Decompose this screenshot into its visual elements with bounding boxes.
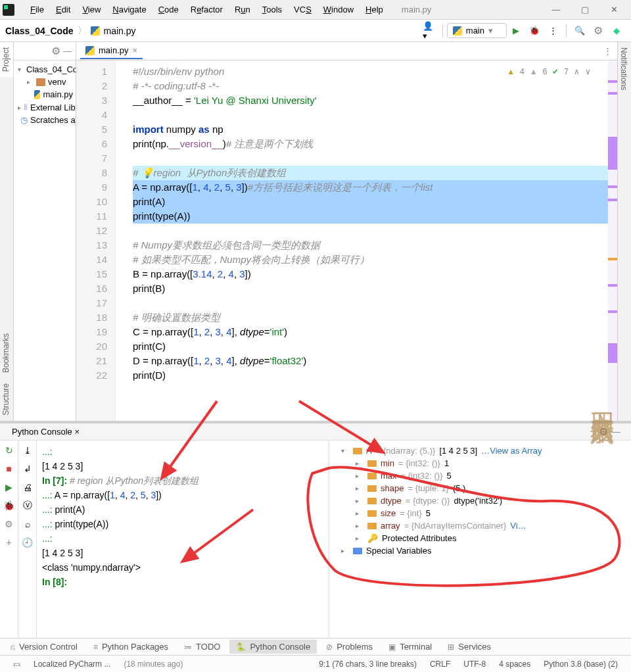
status-interpreter[interactable]: Python 3.8 (base) (2) <box>537 660 624 669</box>
stop-icon[interactable]: ■ <box>3 463 15 475</box>
breadcrumb-file[interactable]: main.py <box>104 26 136 36</box>
tree-item[interactable]: ◷Scratches and Consoles <box>14 114 76 126</box>
view-as-array-link[interactable]: …View as Array <box>481 446 542 456</box>
maximize-button[interactable]: ▢ <box>571 0 599 20</box>
tool-terminal[interactable]: ▣Terminal <box>382 640 438 654</box>
rerun-icon[interactable]: ↻ <box>3 444 15 456</box>
console-left-toolbar2: ⤓ ↲ 🖨 ⓥ ⌕ 🕘 <box>18 441 37 638</box>
menu-window[interactable]: Window <box>318 2 359 17</box>
status-position[interactable]: 9:1 (76 chars, 3 line breaks) <box>312 660 423 669</box>
special-vars[interactable]: ▸ Special Variables <box>335 544 626 557</box>
code-area[interactable]: ▲4 ▲6 ✔7 ∧∨ #!/usr/bin/env python# -*- c… <box>129 60 617 421</box>
editor-more-icon[interactable]: ⋮ <box>598 46 617 56</box>
var-min[interactable]: ▸ min = {int32: ()} 1 <box>335 457 626 469</box>
run-button[interactable]: ▶ <box>509 24 523 37</box>
var-dtype[interactable]: ▸ dtype = {dtype: ()} dtype('int32') <box>335 494 626 507</box>
tool-services[interactable]: ⊞Services <box>441 640 498 654</box>
structure-tool-tab[interactable]: Structure <box>0 378 13 421</box>
tree-hide-icon[interactable]: — <box>63 46 72 56</box>
close-button[interactable]: ✕ <box>599 0 628 20</box>
status-left-icon[interactable]: ▭ <box>7 660 27 669</box>
vars-icon[interactable]: ⓥ <box>22 500 34 512</box>
menu-run[interactable]: Run <box>229 2 256 17</box>
warning-count: 4 <box>520 64 525 79</box>
menu-tools[interactable]: Tools <box>257 2 287 17</box>
status-encoding[interactable]: UTF-8 <box>457 660 492 669</box>
more-run-button[interactable]: ⋮ <box>546 24 559 37</box>
tree-item[interactable]: ▸venv <box>14 76 76 88</box>
print-icon[interactable]: 🖨 <box>22 481 34 493</box>
variables-view[interactable]: ▾ A = {ndarray: (5,)} [1 4 2 5 3] …View … <box>329 441 631 638</box>
tool-python-console[interactable]: 🐍Python Console <box>229 640 317 654</box>
run-config-name: main <box>466 26 484 36</box>
status-bar: ▭ Localized PyCharm ... (18 minutes ago)… <box>0 655 631 672</box>
var-shape[interactable]: ▸ shape = {tuple: 1} (5,) <box>335 482 626 494</box>
var-root[interactable]: ▾ A = {ndarray: (5,)} [1 4 2 5 3] …View … <box>335 444 626 457</box>
status-eol[interactable]: CRLF <box>423 660 457 669</box>
notifications-tab[interactable]: Notifications <box>618 42 630 95</box>
user-icon[interactable]: 👤▾ <box>423 24 436 37</box>
project-tool-tab[interactable]: Project <box>0 42 13 77</box>
run-config-selector[interactable]: main ▾ <box>447 23 507 38</box>
tree-item[interactable]: main.py <box>14 88 76 101</box>
tool-python-packages[interactable]: ≡Python Packages <box>87 640 175 654</box>
breadcrumb[interactable]: Class_04_Code 〉 main.py <box>5 25 136 37</box>
tree-item[interactable]: ▸⫴External Libraries <box>14 101 76 114</box>
tree-settings-icon[interactable]: ⚙ <box>51 45 60 57</box>
menu-refactor[interactable]: Refactor <box>185 2 228 17</box>
menu-help[interactable]: Help <box>360 2 388 17</box>
python-file-icon <box>91 26 100 36</box>
bookmarks-tool-tab[interactable]: Bookmarks <box>0 328 13 378</box>
var-array[interactable]: ▸ array = {NdArrayItemsContainer} Vi… <box>335 519 626 532</box>
window-title: main.py <box>402 5 432 14</box>
debug-button[interactable]: 🐞 <box>528 24 541 37</box>
menu-file[interactable]: File <box>25 2 49 17</box>
window-controls: — ▢ ✕ <box>542 0 628 20</box>
status-indent[interactable]: 4 spaces <box>492 660 537 669</box>
weak-warning-count: 6 <box>543 64 548 79</box>
editor-tab-main[interactable]: main.py × <box>80 43 143 59</box>
tool-problems[interactable]: ⊘Problems <box>319 640 379 654</box>
editor-tab-label: main.py <box>99 45 129 55</box>
menu-code[interactable]: Code <box>153 2 184 17</box>
menu-navigate[interactable]: Navigate <box>107 2 151 17</box>
new-console-icon[interactable]: + <box>3 537 15 548</box>
project-tree: ⚙ — ▾Class_04_Code▸venvmain.py▸⫴External… <box>14 42 76 421</box>
console-output[interactable]: ...: [1 4 2 5 3]In [7]: # region 从Python… <box>37 441 329 638</box>
menu-view[interactable]: View <box>77 2 106 17</box>
status-message[interactable]: Localized PyCharm ... <box>27 660 117 669</box>
breadcrumb-project[interactable]: Class_04_Code <box>5 26 74 36</box>
scroll-end-icon[interactable]: ⤓ <box>22 444 34 456</box>
chevron-down-icon: ▾ <box>488 26 493 36</box>
editor-gutter[interactable]: 12345678910111213141516171819202122 <box>76 60 116 421</box>
debug-icon[interactable]: 🐞 <box>3 500 15 512</box>
jetbrains-icon[interactable]: ◆ <box>610 24 623 37</box>
var-size[interactable]: ▸ size = {int} 5 <box>335 507 626 519</box>
error-stripe[interactable] <box>608 60 617 421</box>
execute-icon[interactable]: ▶ <box>3 481 15 493</box>
settings-button[interactable]: ⚙ <box>592 24 605 37</box>
menu-edit[interactable]: Edit <box>51 2 76 17</box>
protected-attrs[interactable]: ▸🔑 Protected Attributes <box>335 532 626 544</box>
minimize-button[interactable]: — <box>542 0 571 20</box>
search-button[interactable]: 🔍 <box>573 24 586 37</box>
titlebar: FileEditViewNavigateCodeRefactorRunTools… <box>0 0 631 20</box>
history-icon[interactable]: 🕘 <box>22 537 34 548</box>
console-hide-icon[interactable]: — <box>608 427 624 437</box>
browse-icon[interactable]: ⌕ <box>22 518 34 530</box>
inspection-badges[interactable]: ▲4 ▲6 ✔7 ∧∨ <box>507 64 591 79</box>
tool-version-control[interactable]: ⎌Version Control <box>4 640 84 654</box>
project-tree-body[interactable]: ▾Class_04_Code▸venvmain.py▸⫴External Lib… <box>14 60 76 129</box>
python-console-panel: Python Console × ⚙ — ↻ ■ ▶ 🐞 ⚙ + ⤓ ↲ 🖨 ⓥ… <box>0 421 631 638</box>
console-tab[interactable]: Python Console × <box>7 424 85 439</box>
ok-count: 7 <box>564 64 569 79</box>
menu-vcs[interactable]: VCS <box>289 2 317 17</box>
soft-wrap-icon[interactable]: ↲ <box>22 463 34 475</box>
close-tab-icon[interactable]: × <box>133 45 138 55</box>
var-max[interactable]: ▸ max = {int32: ()} 5 <box>335 469 626 482</box>
settings-icon2[interactable]: ⚙ <box>3 518 15 530</box>
console-settings-icon[interactable]: ⚙ <box>599 425 608 438</box>
tree-item[interactable]: ▾Class_04_Code <box>14 63 76 76</box>
fold-column[interactable] <box>116 60 129 421</box>
tool-todo[interactable]: ≔TODO <box>177 640 227 654</box>
